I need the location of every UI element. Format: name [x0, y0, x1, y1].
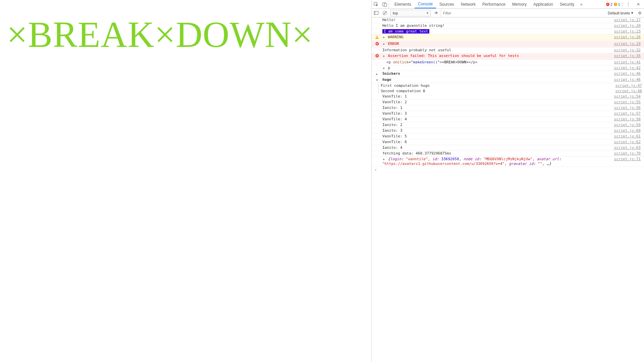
clear-console-icon[interactable] — [380, 9, 389, 17]
source-link[interactable]: script.js:46 — [614, 77, 643, 82]
settings-gear-icon[interactable]: ⚙ — [635, 11, 644, 15]
source-link[interactable]: script.js:20 — [614, 23, 643, 28]
log-row: VannTile: 3script.js:57 — [372, 111, 644, 117]
source-link[interactable]: script.js:60 — [614, 128, 643, 133]
log-row: VannTile: 4script.js:58 — [372, 117, 644, 122]
log-group-body: First computation hugoscript.js:47Second… — [378, 83, 644, 94]
disclosure-triangle-icon[interactable]: ▼ — [375, 78, 379, 82]
log-row: ▼hugoscript.js:46 — [372, 77, 644, 83]
close-devtools-icon[interactable]: ✕ — [634, 0, 643, 9]
warning-icon — [375, 35, 379, 41]
live-expression-icon[interactable] — [432, 9, 441, 17]
breakdown-heading[interactable]: ×BREAK×DOWN× — [7, 13, 365, 56]
log-row: ▶Snickersscript.js:46 — [372, 71, 644, 77]
tab-application[interactable]: Application — [530, 0, 556, 8]
log-levels-selector[interactable]: Default levels▾ — [606, 11, 635, 15]
source-link[interactable]: script.js:41 — [614, 60, 643, 65]
log-row: ▶ {login: "vanntile", id: 33692650, node… — [372, 157, 644, 167]
disclosure-triangle-icon[interactable]: ▶ — [382, 42, 386, 46]
source-link[interactable]: script.js:48 — [615, 89, 644, 94]
log-row: VannTile: 2script.js:55 — [372, 100, 644, 105]
tab-memory[interactable]: Memory — [509, 0, 530, 8]
tab-sources[interactable]: Sources — [436, 0, 458, 8]
disclosure-triangle-icon[interactable]: ▶ — [382, 54, 386, 58]
log-row: Ianito: 2script.js:59 — [372, 122, 644, 128]
devtools-tabs: ElementsConsoleSourcesNetworkPerformance… — [391, 0, 578, 8]
console-toolbar: top Default levels▾ ⚙ — [372, 9, 644, 17]
source-link[interactable]: script.js:23 — [614, 29, 643, 34]
svg-rect-4 — [374, 11, 375, 15]
context-selector[interactable]: top — [390, 10, 431, 16]
tab-network[interactable]: Network — [458, 0, 479, 8]
devtools-tabbar: ElementsConsoleSourcesNetworkPerformance… — [372, 0, 644, 9]
source-link[interactable]: script.js:47 — [615, 83, 644, 88]
disclosure-triangle-icon[interactable]: ▶ — [382, 157, 386, 162]
tab-security[interactable]: Security — [556, 0, 578, 8]
log-row: ▶ ERRORscript.js:29 — [372, 41, 644, 48]
source-link[interactable]: script.js:71 — [614, 157, 643, 162]
filter-input[interactable] — [443, 11, 604, 15]
prompt-chevron-icon: › — [373, 168, 378, 172]
source-link[interactable]: script.js:35 — [614, 54, 643, 58]
source-link[interactable]: script.js:61 — [614, 134, 643, 139]
log-row: VannTile: 5script.js:61 — [372, 134, 644, 139]
source-link[interactable]: script.js:55 — [614, 100, 643, 105]
warning-count-badge[interactable]: !1 — [614, 2, 620, 6]
disclosure-triangle-icon[interactable]: ▶ — [382, 35, 386, 40]
tabs-overflow-icon[interactable]: » — [578, 0, 585, 9]
log-row: ▶ WARNINGscript.js:26 — [372, 35, 644, 41]
source-link[interactable]: script.js:29 — [614, 42, 643, 46]
tab-elements[interactable]: Elements — [391, 0, 415, 8]
page-content: ×BREAK×DOWN× — [0, 0, 371, 362]
kebab-menu-icon[interactable]: ⋮ — [624, 0, 633, 9]
log-row: I am some great textscript.js:23 — [372, 29, 644, 35]
source-link[interactable]: script.js:57 — [614, 111, 643, 116]
svg-rect-2 — [384, 3, 387, 6]
log-row: Ianito: 3script.js:60 — [372, 128, 644, 134]
tab-console[interactable]: Console — [415, 0, 436, 8]
disclosure-triangle-icon[interactable]: ▶ — [375, 72, 379, 76]
source-link[interactable]: script.js:46 — [614, 71, 643, 76]
log-row: Ianito: 1script.js:56 — [372, 105, 644, 111]
svg-rect-6 — [377, 38, 377, 38]
log-row: Hello I am @vanntile string!script.js:20 — [372, 23, 644, 29]
log-row: fetching data: 460.3779296875msscript.js… — [372, 151, 644, 157]
error-icon — [375, 54, 379, 59]
log-row: Second computation 8script.js:48 — [379, 88, 644, 94]
source-link[interactable]: script.js:58 — [614, 117, 643, 122]
tab-performance[interactable]: Performance — [479, 0, 509, 8]
log-row: ▶ Assertion failed: This assertion shoul… — [372, 53, 644, 60]
source-link[interactable]: script.js:56 — [614, 106, 643, 110]
source-link[interactable]: script.js:42 — [614, 66, 643, 70]
console-prompt[interactable]: › — [372, 167, 644, 173]
sidebar-toggle-icon[interactable] — [372, 9, 380, 17]
log-row: VannTile: 6script.js:62 — [372, 139, 644, 145]
console-log-body[interactable]: Hello!script.js:17Hello I am @vanntile s… — [372, 17, 644, 362]
log-row: ▶ pscript.js:42 — [372, 65, 644, 71]
log-row: VannTile: 1script.js:54 — [372, 94, 644, 100]
log-row: First computation hugoscript.js:47 — [379, 83, 644, 88]
log-row: <p onclick="makeGreen()">×BREAK×DOWN×</p… — [372, 60, 644, 65]
filter-box[interactable] — [441, 9, 606, 17]
source-link[interactable]: script.js:17 — [614, 18, 643, 22]
error-count-badge[interactable]: ✕2 — [606, 2, 612, 6]
inspect-icon[interactable] — [372, 0, 380, 9]
source-link[interactable]: script.js:32 — [614, 48, 643, 53]
svg-rect-5 — [377, 37, 377, 38]
source-link[interactable]: script.js:26 — [614, 35, 643, 40]
error-icon — [375, 42, 379, 47]
source-link[interactable]: script.js:63 — [614, 145, 643, 150]
source-link[interactable]: script.js:54 — [614, 94, 643, 99]
devtools-panel: ElementsConsoleSourcesNetworkPerformance… — [371, 0, 644, 362]
log-row: Information probably not usefulscript.js… — [372, 48, 644, 53]
source-link[interactable]: script.js:59 — [614, 123, 643, 127]
source-link[interactable]: script.js:70 — [614, 151, 643, 156]
log-row: Hello!script.js:17 — [372, 17, 644, 23]
log-row: Ianito: 4script.js:63 — [372, 145, 644, 151]
device-icon[interactable] — [380, 0, 389, 9]
source-link[interactable]: script.js:62 — [614, 140, 643, 144]
disclosure-triangle-icon[interactable]: ▶ — [382, 66, 386, 70]
styled-log-text: I am some great text — [382, 29, 429, 34]
